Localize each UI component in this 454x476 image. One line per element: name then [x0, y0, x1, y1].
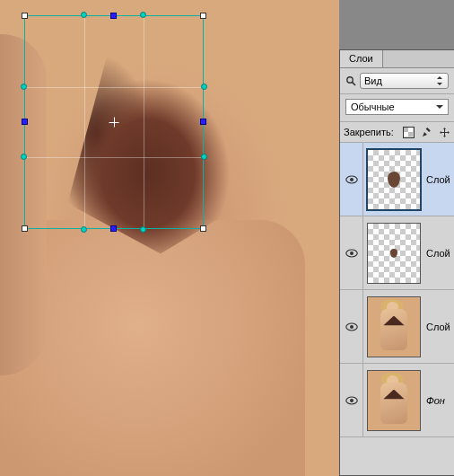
svg-rect-3: [408, 132, 413, 137]
layer-thumbnail[interactable]: [367, 149, 421, 210]
transform-warp-handle[interactable]: [140, 12, 146, 18]
layer-row[interactable]: Слой: [340, 216, 454, 290]
transform-handle-bl[interactable]: [22, 225, 28, 232]
layer-visibility-toggle[interactable]: [340, 216, 363, 289]
tab-layers[interactable]: Слои: [340, 50, 383, 67]
transform-handle-tm[interactable]: [110, 13, 117, 19]
transform-handle-bm[interactable]: [110, 225, 117, 232]
lock-row: Закрепить:: [340, 122, 454, 143]
blend-mode-select[interactable]: Обычные: [345, 99, 449, 115]
blend-mode-row: Обычные: [340, 94, 454, 122]
transform-handle-tr[interactable]: [200, 13, 206, 19]
search-icon: [345, 75, 356, 86]
lock-transparency-icon[interactable]: [402, 126, 415, 138]
layer-filter-value: Вид: [364, 75, 382, 86]
layer-visibility-toggle[interactable]: [340, 290, 363, 363]
panel-tabbar: Слои: [340, 50, 454, 68]
blend-mode-value: Обычные: [351, 101, 395, 112]
layer-filter-select[interactable]: Вид: [360, 73, 449, 89]
svg-rect-2: [404, 128, 408, 132]
layer-name-label[interactable]: Слой: [424, 322, 454, 332]
layer-row[interactable]: Слой: [340, 290, 454, 364]
layer-row[interactable]: Фон: [340, 364, 454, 437]
layer-name-label[interactable]: Фон: [424, 395, 454, 406]
transform-handle-ml[interactable]: [22, 119, 28, 125]
chevron-down-icon: [436, 105, 443, 109]
svg-line-1: [353, 83, 355, 85]
svg-point-15: [350, 399, 354, 402]
transform-warp-handle[interactable]: [81, 226, 87, 233]
layers-list: СлойСлойСлойФон: [340, 143, 454, 437]
transform-handle-tl[interactable]: [22, 13, 28, 19]
svg-rect-4: [408, 128, 413, 132]
svg-rect-5: [404, 132, 408, 137]
transform-warp-handle[interactable]: [201, 84, 207, 90]
layer-row[interactable]: Слой: [340, 143, 454, 216]
stepper-icon: [437, 76, 444, 85]
transform-handle-mr[interactable]: [200, 119, 206, 125]
lock-paint-icon[interactable]: [420, 126, 432, 138]
svg-point-13: [350, 325, 354, 329]
layer-thumbnail[interactable]: [367, 296, 421, 357]
canvas-viewport[interactable]: [0, 0, 339, 476]
transform-handle-br[interactable]: [200, 225, 206, 232]
svg-point-11: [350, 251, 354, 255]
layer-name-label[interactable]: Слой: [424, 174, 454, 185]
transform-warp-handle[interactable]: [140, 226, 146, 233]
layer-filter-row: Вид: [340, 68, 454, 94]
lock-label: Закрепить:: [344, 127, 394, 137]
layers-panel: Слои Вид Обычные Закрепить: Сло: [339, 49, 454, 476]
layer-visibility-toggle[interactable]: [340, 364, 363, 436]
transform-warp-handle[interactable]: [81, 12, 87, 18]
transform-warp-handle[interactable]: [21, 84, 27, 90]
lock-move-icon[interactable]: [438, 126, 450, 138]
layer-name-label[interactable]: Слой: [424, 248, 454, 259]
svg-point-0: [347, 77, 353, 83]
layer-visibility-toggle[interactable]: [340, 143, 363, 216]
svg-point-9: [350, 178, 354, 181]
layer-thumbnail[interactable]: [367, 370, 421, 431]
layer-thumbnail[interactable]: [367, 223, 421, 284]
svg-rect-7: [425, 127, 430, 131]
